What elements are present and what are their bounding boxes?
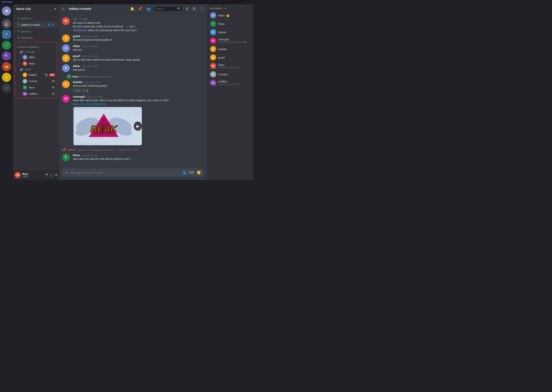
member-avatar-conner: C [210,71,216,77]
voice-user-mary[interactable]: M Mary [16,61,56,67]
member-avatar-katelin: K [210,46,216,52]
voice-channel-dnd[interactable]: 🔊 DnD [16,67,56,72]
messages-area[interactable]: M ＼(；▽；)／ we need to watch more the last… [59,14,207,168]
voice-user-katelin-icons: 📷 LIVE [45,73,55,76]
voice-user-avatar-fiona: F [23,85,27,90]
msg-content-allan-1: Allan Today at 9:18 AM me too! [73,44,204,52]
server-icon-3[interactable]: 🌿 [2,41,11,50]
everyone-mention[interactable]: @everyone [73,29,87,32]
member-item-mary[interactable]: M Mary Streaming Drawing 🖥 [209,62,251,70]
msg-username-katelin[interactable]: Katelin [73,80,82,84]
help-icon[interactable]: ❓ [200,7,204,11]
reaction-music-notes[interactable]: 🎶 3 [81,89,89,93]
server-icon-4[interactable]: 🔍 [2,51,11,61]
msg-timestamp-allan-2: Today at 9:18 AM [81,65,98,67]
channel-item-videos-n-music[interactable]: # videos-n-music 👤 ⚙ [15,22,58,28]
member-info-moongirl: moongirl Playing League of Legends 🎮 [218,38,250,43]
headphone-icon[interactable]: 🎧 [50,173,53,177]
search-input[interactable] [156,7,176,10]
reaction-music-note[interactable]: 🎵 5 [73,89,81,93]
minimize-button[interactable]: — [242,1,245,3]
members-sidebar: MEMBERS — 9 A Allan 👑 F fiona [207,4,253,180]
add-member-icon[interactable]: 👤 [48,23,51,26]
header-search[interactable]: 🔍 [154,7,182,11]
maximize-button[interactable]: □ [247,1,248,3]
member-status-allan [214,17,216,19]
voice-user-conner[interactable]: C Conner 📷 [16,78,56,84]
joined-name-fiona[interactable]: fiona [73,75,78,78]
member-item-moongirl[interactable]: M moongirl Playing League of Legends 🎮 [209,36,251,45]
voice-channels-header[interactable]: ▾ VOICE CHANNELS [15,43,57,49]
joined-avatar-fiona: F [67,74,71,79]
camera-icon-muffins[interactable]: 📷 [52,92,55,95]
member-item-gnarf[interactable]: G gnarf [209,53,251,62]
bell-icon[interactable]: 🔔 [130,7,134,11]
voice-user-katelin[interactable]: K Katelin 📷 LIVE [16,72,56,78]
server-icon-6[interactable]: ⚡ [2,73,11,82]
user-bar-name: Mary [22,172,44,175]
add-server-icon[interactable]: + [2,84,11,93]
channel-name-videos-n-music: videos-n-music [21,23,40,26]
member-info-gnarf: gnarf [218,56,250,59]
camera-icon-fiona[interactable]: 📷 [52,86,55,89]
member-info-allan: Allan 👑 [218,14,250,17]
member-item-katelin[interactable]: K Katelin [209,45,251,53]
download-icon[interactable]: ⬇ [186,7,189,11]
server-name-bar[interactable]: Space City ▾ [13,4,59,14]
voice-user-muffins[interactable]: mu muffins 📷 [16,91,56,97]
voice-user-avatar-conner: C [23,79,27,84]
channel-item-food-fails[interactable]: # food-fails [15,35,58,41]
message-group-gnarf-1: G gnarf Today at 9:18 AM Should be good … [59,34,207,43]
at-icon[interactable]: @ [192,7,196,11]
voice-user-allan[interactable]: A Allan [16,54,56,60]
input-icons: 👥 GIF 😊 [182,171,201,175]
msg-text-fiona: wait have you see the new dance practice… [73,157,204,161]
pin-icon[interactable]: 📌 [138,7,142,11]
reaction-count-1: 5 [78,89,79,92]
msg-username-gnarf-2[interactable]: gnarf [73,54,80,58]
voice-user-fiona[interactable]: F fiona 📷 [16,84,56,91]
channel-name-general: general [21,17,31,20]
camera-icon-conner[interactable]: 📷 [52,80,55,83]
server-icon-5[interactable]: 🐸 [2,62,11,71]
close-button[interactable]: ✕ [250,1,251,3]
msg-content-allan-2: Allan Today at 9:18 AM yep yep ty [73,64,204,72]
msg-username-fiona[interactable]: fiona [73,154,80,157]
msg-username-moongirl[interactable]: moongirl [73,95,85,98]
camera-icon[interactable]: 📷 [45,73,48,76]
titlebar: DISCORD — □ ✕ [0,0,253,4]
members-icon[interactable]: 👥 [146,7,151,11]
settings-icon[interactable]: ⚙ [55,173,58,177]
settings-icon[interactable]: ⚙ [52,23,54,26]
msg-username-allan-2[interactable]: Allan [73,64,80,68]
member-item-allan[interactable]: A Allan 👑 [209,11,251,20]
hash-icon: # [18,36,20,40]
msg-username-allan-1[interactable]: Allan [73,44,80,48]
gif-icon[interactable]: GIF [189,171,194,175]
member-name-daniel: Daniel [218,31,250,34]
youtube-link[interactable]: https://youtu.be/OlDx6aQ928o [73,103,106,105]
voice-channel-lounge[interactable]: 🔊 Lounge [16,49,56,54]
msg-header-moongirl: moongirl Today at 9:18 AM [73,95,204,98]
member-item-conner[interactable]: C Conner [209,70,251,78]
msg-header-gnarf-1: gnarf Today at 9:18 AM [73,35,204,38]
msg-username-gnarf-1[interactable]: gnarf [73,35,80,38]
system-user-muffins[interactable]: muffins [67,148,76,151]
member-status-mary [214,67,216,69]
home-server-icon[interactable]: 🏠 [2,7,11,16]
server-item-3: 🌿 [2,41,11,50]
server-icon-1[interactable]: ⛵ [2,19,11,28]
server-icon-2[interactable]: 🚀 [2,30,11,39]
voice-user-avatar-mary: M [23,61,27,66]
member-item-daniel[interactable]: D Daniel [209,28,251,36]
channel-item-gaming[interactable]: # gaming [15,28,58,35]
message-input[interactable] [70,171,182,174]
mic-icon[interactable]: 🎤 [44,173,48,177]
people-icon[interactable]: 👥 [182,171,186,175]
emoji-icon[interactable]: 😊 [197,171,201,175]
member-item-muffins[interactable]: mu muffins Listening to Spotify 🎵 [209,78,251,87]
input-plus-icon[interactable]: + [65,171,67,175]
channel-item-general[interactable]: # general [15,15,58,21]
play-button[interactable]: ▶ [134,122,142,131]
member-item-fiona[interactable]: F fiona [209,20,251,28]
